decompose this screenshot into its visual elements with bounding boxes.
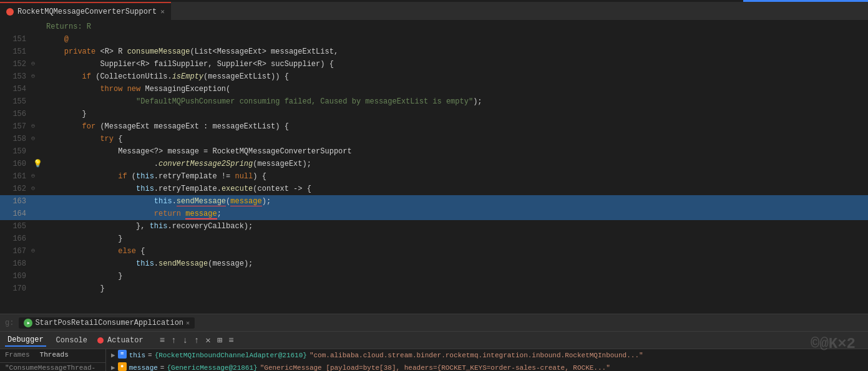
tab-actuator[interactable]: Actuator <box>105 335 146 346</box>
debug-icon-step-over[interactable]: ↑ <box>170 334 177 347</box>
line-num-157: 157 <box>0 120 31 133</box>
code-165: }, this.recoveryCallback); <box>44 220 253 233</box>
returns-line: Returns: R <box>44 21 91 33</box>
debug-icon-step-into[interactable]: ↓ <box>181 334 188 347</box>
tab-icon-red <box>6 8 14 16</box>
code-163: this.sendMessage(message); <box>44 195 271 208</box>
run-icon <box>24 319 32 327</box>
gutter-169 <box>31 270 44 282</box>
code-153: if (CollectionUtils.isEmpty(messageExtLi… <box>44 70 289 83</box>
line-num-155: 155 <box>0 95 31 108</box>
gutter-155 <box>31 95 44 108</box>
bottom-panel: g: StartPosRetailConsumerApplication ✕ D… <box>0 314 868 371</box>
gutter-166 <box>31 233 44 245</box>
var-row-message: ▶ ● message = {GenericMessage@21861} "Ge… <box>106 362 868 371</box>
gutter-157: ⊖ <box>31 120 44 133</box>
frames-content: "ConsumeMessageThread-order-sales- 1"@20… <box>0 363 105 371</box>
tab-bar: RocketMQMessageConverterSupport ✕ <box>0 2 868 21</box>
gutter-162: ⊖ <box>31 183 44 195</box>
bulb-icon[interactable]: 💡 <box>33 158 42 170</box>
var-arrow-this[interactable]: ▶ <box>111 350 115 361</box>
var-eq-this: = <box>148 350 152 361</box>
code-170: } <box>44 282 105 295</box>
code-151b: private <R> R consumeMessage(List<Messag… <box>44 46 338 58</box>
line-num-167: 167 <box>0 245 31 258</box>
run-prefix: g: <box>5 319 14 327</box>
tab-main-label: RocketMQMessageConverterSupport <box>17 7 157 16</box>
gutter-167: ⊖ <box>31 245 44 258</box>
gutter-160: 💡 <box>31 158 44 170</box>
gutter-159 <box>31 145 44 158</box>
line-num-154: 154 <box>0 83 31 95</box>
var-icon-message: ● <box>118 362 127 371</box>
var-name-message: message <box>129 362 158 371</box>
gutter-154 <box>31 83 44 95</box>
editor-area: Returns: R 151 @ 151 private <R> R consu… <box>0 21 868 314</box>
tab-frames[interactable]: Frames <box>0 349 35 362</box>
debug-icon-grid[interactable]: ⊞ <box>216 334 223 347</box>
section-tabs: Frames Threads <box>0 349 105 363</box>
line-num-169: 169 <box>0 270 31 282</box>
code-168: this.sendMessage(message); <box>44 258 253 270</box>
gutter-151a <box>31 33 44 46</box>
var-type-this: {RocketMQInboundChannelAdapter@21610} <box>155 350 307 361</box>
line-num-160: 160 <box>0 158 31 170</box>
run-tab-main[interactable]: StartPosRetailConsumerApplication ✕ <box>19 317 195 329</box>
var-icon-this: = <box>118 350 127 359</box>
variables-panel: Frames Threads "ConsumeMessageThread-ord… <box>0 349 868 371</box>
gutter-165 <box>31 220 44 233</box>
line-num-151b: 151 <box>0 46 31 58</box>
gutter-161: ⊖ <box>31 170 44 183</box>
tab-threads[interactable]: Threads <box>35 349 74 362</box>
line-number-blank <box>0 21 31 33</box>
line-num-158: 158 <box>0 133 31 145</box>
tab-main-close[interactable]: ✕ <box>160 7 165 16</box>
line-num-165: 165 <box>0 220 31 233</box>
code-161: if (this.retryTemplate != null) { <box>44 170 266 183</box>
variables-section: ▶ = this = {RocketMQInboundChannelAdapte… <box>106 349 868 371</box>
gutter-153: ⊖ <box>31 70 44 83</box>
var-row-this: ▶ = this = {RocketMQInboundChannelAdapte… <box>106 349 868 362</box>
run-bar: g: StartPosRetailConsumerApplication ✕ <box>0 314 868 332</box>
line-num-166: 166 <box>0 233 31 245</box>
gutter-170 <box>31 282 44 295</box>
line-num-153: 153 <box>0 70 31 83</box>
code-155: "DefaultMQPushConsumer consuming failed,… <box>44 95 482 108</box>
frames-text: "ConsumeMessageThread-order-sales- 1"@20… <box>5 364 95 371</box>
actuator-icon-group: Actuator <box>97 335 146 346</box>
code-162: this.retryTemplate.execute(context -> { <box>44 183 311 195</box>
tab-console[interactable]: Console <box>54 335 90 346</box>
gutter-blank <box>31 21 44 33</box>
gutter-164 <box>31 208 44 220</box>
code-169: } <box>44 270 122 282</box>
gutter-156 <box>31 108 44 120</box>
var-name-this: this <box>129 350 145 361</box>
run-tab-close[interactable]: ✕ <box>186 319 190 327</box>
debug-icon-menu[interactable]: ≡ <box>227 334 235 347</box>
line-num-162: 162 <box>0 183 31 195</box>
code-152: Supplier<R> failSupplier, Supplier<R> su… <box>44 58 334 70</box>
gutter-152: ⊖ <box>31 58 44 70</box>
debug-icon-rerun[interactable]: ≡ <box>158 334 166 347</box>
var-arrow-message[interactable]: ▶ <box>111 362 115 371</box>
code-166: } <box>44 233 122 245</box>
var-eq-message: = <box>160 362 165 371</box>
var-type-message: {GenericMessage@21861} <box>167 362 257 371</box>
line-num-170: 170 <box>0 282 31 295</box>
code-151a: @ <box>44 33 69 46</box>
line-num-168: 168 <box>0 258 31 270</box>
line-num-161: 161 <box>0 170 31 183</box>
debug-icon-step-out[interactable]: ↑ <box>193 334 200 347</box>
line-num-156: 156 <box>0 108 31 120</box>
code-164: return message; <box>44 208 222 220</box>
line-num-151a: 151 <box>0 33 31 46</box>
debugger-toolbar: Debugger Console Actuator ≡ ↑ ↓ ↑ ✕ ⊞ ≡ <box>0 332 868 349</box>
code-154: throw new MessagingException( <box>44 83 230 95</box>
gutter-168 <box>31 258 44 270</box>
tab-debugger[interactable]: Debugger <box>5 334 46 347</box>
run-tab-label: StartPosRetailConsumerApplication <box>35 319 183 327</box>
debug-icon-stop[interactable]: ✕ <box>204 334 212 347</box>
code-160: .convertMessage2Spring(messageExt); <box>44 158 311 170</box>
tab-main[interactable]: RocketMQMessageConverterSupport ✕ <box>0 2 171 21</box>
gutter-158: ⊖ <box>31 133 44 145</box>
